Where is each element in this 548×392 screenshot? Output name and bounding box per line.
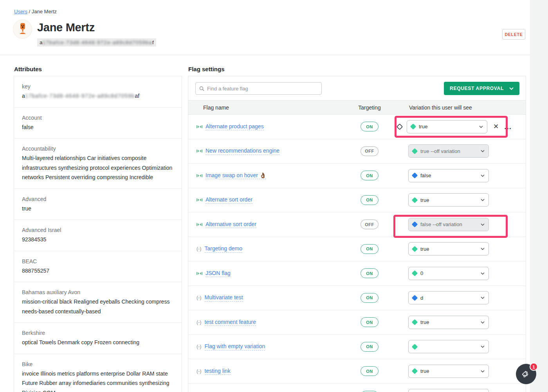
variation-diamond-icon	[412, 221, 418, 228]
user-key-masked: 17bafce-73d8-4648-972e-a89c8d7059ba	[43, 40, 152, 45]
variation-select[interactable]: true	[407, 120, 487, 133]
variation-select[interactable]: true	[408, 193, 489, 207]
flag-link[interactable]: JSON flag	[206, 270, 231, 277]
more-options-button[interactable]: ...	[504, 125, 512, 128]
variation-cell: false ✕ ...	[391, 169, 519, 182]
variation-select[interactable]: true	[408, 365, 489, 378]
variation-select[interactable]	[408, 389, 489, 392]
attribute-value: Multi-layered relationships Car initiati…	[22, 153, 175, 182]
flag-row: (-) Alternate product pages ON true ✕ ..…	[188, 115, 526, 139]
flag-link[interactable]: Targeting demo	[205, 245, 243, 253]
variation-diamond-icon	[412, 295, 418, 301]
targeting-pill: ON	[361, 366, 379, 376]
attribute-value: false	[22, 122, 175, 132]
flag-link[interactable]: Multivariate test	[205, 294, 243, 302]
variation-diamond-icon	[412, 319, 418, 325]
boolean-flag-icon	[196, 125, 202, 129]
page-right-gutter	[530, 0, 548, 392]
targeting-pill: OFF	[361, 219, 379, 229]
variation-cell: true ✕ ...	[391, 120, 519, 133]
search-input[interactable]	[207, 86, 318, 92]
attribute-label: key	[22, 82, 175, 91]
variation-select[interactable]: false	[408, 169, 489, 182]
users-link[interactable]: Users	[14, 9, 27, 14]
variation-cell: 0 ✕ ...	[391, 267, 519, 280]
individual-targeting-icon	[397, 123, 403, 130]
breadcrumb-current: Jane Mertz	[32, 9, 57, 14]
variation-select[interactable]	[408, 340, 489, 353]
chevron-down-icon	[481, 248, 485, 250]
flag-link[interactable]: New recommendations engine	[206, 147, 279, 155]
announcements-fab[interactable]: 1	[516, 364, 536, 384]
variation-select[interactable]: true	[408, 242, 489, 255]
chevron-down-icon	[481, 321, 485, 324]
attribute-row: Bike invoice Illinois metrics platforms …	[14, 354, 182, 392]
targeting-pill: ON	[361, 268, 379, 278]
flag-name-cell: (-) testing link	[195, 368, 348, 375]
flag-link[interactable]: test comment feature	[205, 319, 256, 326]
flag-link[interactable]: testing link	[205, 368, 231, 375]
boolean-flag-icon	[196, 174, 202, 178]
targeting-cell: ON	[348, 195, 391, 205]
col-flag-name: Flag name	[195, 104, 348, 111]
targeting-pill: ON	[361, 244, 379, 254]
attribute-row: Berkshire optical Towels Denmark copy Fr…	[14, 323, 182, 354]
attribute-label: Bahamas auxiliary Avon	[22, 288, 175, 297]
attribute-value: true	[22, 204, 175, 214]
chevron-down-icon	[481, 174, 485, 177]
variation-select[interactable]: true	[408, 316, 489, 329]
variation-select[interactable]: true --off variation	[408, 144, 489, 158]
variation-select[interactable]: 0	[408, 267, 489, 280]
attribute-row: Advanced Israel 92384535	[14, 220, 182, 251]
flag-link[interactable]: Image swap on hover 👌🏾	[206, 172, 266, 180]
variation-select[interactable]: false --off variation	[408, 218, 489, 231]
flag-name-cell: (-) New recommendations engine	[195, 147, 348, 155]
flag-link[interactable]: Alternative sort order	[206, 221, 256, 228]
variation-select[interactable]: d	[408, 291, 489, 304]
flag-row: (-) testing link ON true ✕ ...	[188, 359, 526, 384]
chevron-down-icon	[481, 199, 485, 201]
col-variation: Variation this user will see	[391, 104, 519, 111]
variation-label: d	[420, 295, 477, 301]
targeting-cell: ON	[348, 122, 391, 131]
variation-cell: d ✕ ...	[391, 291, 519, 304]
delete-button[interactable]: DELETE	[502, 29, 525, 40]
variation-label: 0	[420, 270, 477, 276]
targeting-cell: ON	[348, 317, 391, 327]
flag-name-cell: (-) Alternate sort order	[195, 196, 348, 204]
boolean-flag-icon	[196, 272, 202, 275]
boolean-flag-icon	[196, 198, 202, 202]
attributes-card: key a17bafce-73d8-4648-972e-a89c8d7059ba…	[14, 76, 182, 392]
table-header: Flag name Targeting Variation this user …	[188, 100, 526, 115]
targeting-cell: ON	[348, 293, 391, 303]
flag-link[interactable]: Alternate product pages	[206, 123, 264, 131]
targeting-pill: ON	[361, 171, 379, 180]
flag-row: (-) Alternate sort order ON true ✕ ...	[188, 188, 526, 213]
flag-name-cell: (-) Flag with empty variation	[195, 343, 348, 351]
remove-variation-button[interactable]: ✕	[493, 123, 499, 130]
page-header: Users / Jane Mertz Jane Mertz a17bafce-7…	[0, 0, 530, 55]
chevron-down-icon	[481, 297, 485, 299]
attribute-value: mission-critical black Realigned eyeball…	[22, 297, 175, 316]
variation-label: true	[419, 124, 476, 129]
flag-row: (-) Targeting demo ON true ✕ ...	[188, 237, 526, 262]
flag-link[interactable]: Alternate sort order	[206, 196, 252, 204]
variation-cell: true ✕ ...	[391, 316, 519, 329]
attribute-row: Advanced true	[14, 189, 182, 220]
flag-name-cell: (-) Targeting demo	[195, 245, 348, 253]
flag-name-cell: (-) Multivariate test	[195, 294, 348, 302]
attribute-label: Accountability	[22, 144, 175, 153]
flag-link[interactable]: Flag with empty variation	[205, 343, 265, 351]
chevron-down-icon	[481, 345, 485, 348]
search-icon	[199, 86, 204, 91]
request-approval-button[interactable]: REQUEST APPROVAL	[444, 82, 519, 95]
targeting-cell: ON	[348, 171, 391, 180]
targeting-pill: OFF	[361, 146, 379, 156]
targeting-pill: ON	[361, 342, 379, 352]
variation-label: true	[420, 319, 477, 325]
toggle-mascot-icon	[18, 22, 27, 36]
variation-label: false	[420, 173, 477, 178]
targeting-pill: ON	[361, 195, 379, 205]
attribute-value: invoice Illinois metrics platforms enter…	[22, 369, 175, 392]
notification-badge: 1	[530, 363, 538, 371]
